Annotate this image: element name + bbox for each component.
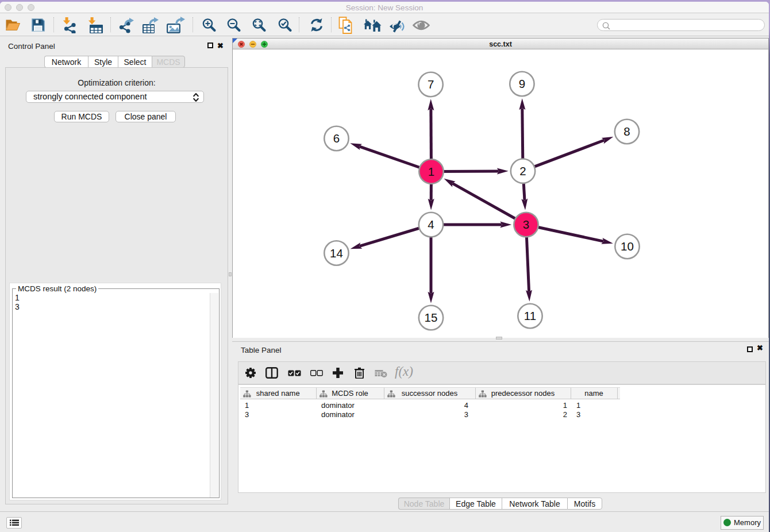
svg-text:14: 14: [330, 246, 343, 260]
svg-text:4: 4: [428, 218, 434, 231]
svg-text:1: 1: [428, 165, 434, 178]
svg-text:8: 8: [623, 125, 630, 138]
svg-text:11: 11: [524, 309, 536, 322]
svg-text:15: 15: [425, 311, 438, 324]
svg-text:3: 3: [523, 218, 529, 231]
svg-text:10: 10: [621, 240, 634, 253]
svg-text:7: 7: [428, 78, 434, 91]
svg-text:9: 9: [519, 77, 525, 90]
svg-text:6: 6: [333, 132, 340, 145]
svg-text:2: 2: [519, 164, 526, 178]
